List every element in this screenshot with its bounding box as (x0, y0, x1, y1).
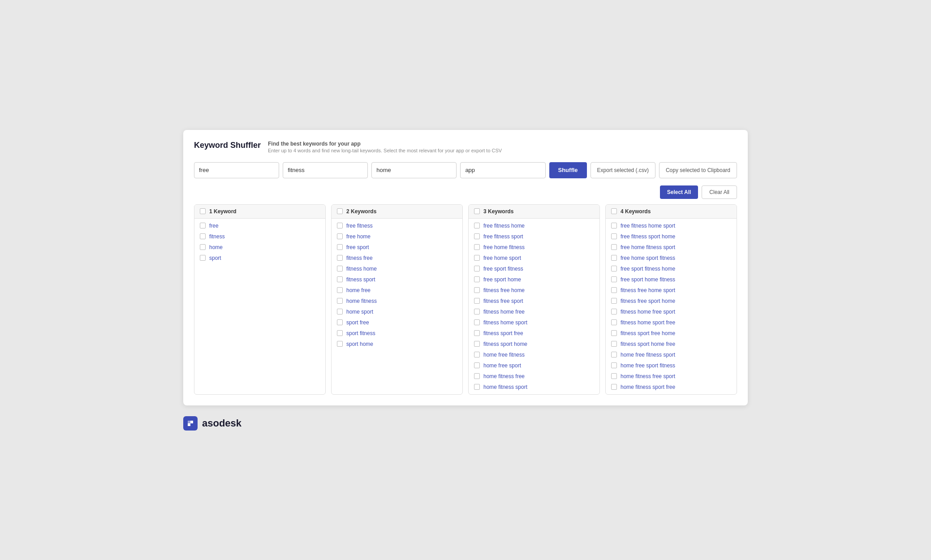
list-item[interactable]: free sport fitness home (606, 263, 737, 274)
list-item[interactable]: home free sport fitness (606, 360, 737, 371)
list-item[interactable]: home fitness free (469, 371, 599, 382)
list-item[interactable]: free fitness sport (469, 231, 599, 242)
keyword-checkbox-2-3[interactable] (474, 255, 480, 261)
export-button[interactable]: Export selected (.csv) (590, 162, 655, 178)
shuffle-button[interactable]: Shuffle (549, 162, 587, 178)
keyword-checkbox-3-7[interactable] (611, 298, 617, 304)
keyword-checkbox-3-5[interactable] (611, 276, 617, 282)
keyword-checkbox-1-10[interactable] (337, 330, 343, 336)
list-item[interactable]: free home fitness sport (606, 242, 737, 253)
keyword-checkbox-3-8[interactable] (611, 309, 617, 314)
keyword-checkbox-1-2[interactable] (337, 244, 343, 250)
keyword-checkbox-0-1[interactable] (200, 233, 206, 239)
keyword-checkbox-2-4[interactable] (474, 266, 480, 271)
keyword-checkbox-2-6[interactable] (474, 287, 480, 293)
list-item[interactable]: home free fitness (469, 349, 599, 360)
keyword-checkbox-1-11[interactable] (337, 341, 343, 347)
keyword-checkbox-3-3[interactable] (611, 255, 617, 261)
list-item[interactable]: fitness home free (469, 306, 599, 317)
keyword-checkbox-2-14[interactable] (474, 373, 480, 379)
list-item[interactable]: fitness sport free home (606, 328, 737, 339)
clear-button[interactable]: Clear All (702, 185, 737, 199)
keyword-checkbox-2-7[interactable] (474, 298, 480, 304)
keyword-checkbox-2-5[interactable] (474, 276, 480, 282)
list-item[interactable]: fitness free home (469, 285, 599, 296)
keyword-input-2[interactable] (283, 162, 368, 178)
column-select-all-checkbox-2[interactable] (337, 208, 343, 214)
keyword-checkbox-1-9[interactable] (337, 319, 343, 325)
keyword-checkbox-3-2[interactable] (611, 244, 617, 250)
keyword-checkbox-1-5[interactable] (337, 276, 343, 282)
keyword-checkbox-3-1[interactable] (611, 233, 617, 239)
keyword-checkbox-2-15[interactable] (474, 384, 480, 390)
keyword-checkbox-2-13[interactable] (474, 362, 480, 368)
list-item[interactable]: home sport (332, 306, 462, 317)
list-item[interactable]: sport free (332, 317, 462, 328)
list-item[interactable]: free fitness home (469, 220, 599, 231)
keyword-checkbox-3-12[interactable] (611, 352, 617, 358)
keyword-checkbox-2-8[interactable] (474, 309, 480, 314)
list-item[interactable]: home free (332, 285, 462, 296)
list-item[interactable]: fitness home (332, 263, 462, 274)
keyword-checkbox-0-3[interactable] (200, 255, 206, 261)
keyword-checkbox-3-0[interactable] (611, 223, 617, 228)
list-item[interactable]: free fitness sport home (606, 231, 737, 242)
keyword-checkbox-1-1[interactable] (337, 233, 343, 239)
column-select-all-checkbox-3[interactable] (474, 208, 480, 214)
keyword-checkbox-0-0[interactable] (200, 223, 206, 228)
keyword-checkbox-2-2[interactable] (474, 244, 480, 250)
list-item[interactable]: free (194, 220, 325, 231)
list-item[interactable]: home free fitness sport (606, 349, 737, 360)
list-item[interactable]: free home sport (469, 253, 599, 263)
list-item[interactable]: fitness sport home (469, 339, 599, 349)
keyword-checkbox-3-11[interactable] (611, 341, 617, 347)
keyword-checkbox-3-4[interactable] (611, 266, 617, 271)
keyword-checkbox-2-12[interactable] (474, 352, 480, 358)
list-item[interactable]: fitness sport home free (606, 339, 737, 349)
list-item[interactable]: fitness sport (332, 274, 462, 285)
column-select-all-checkbox-1[interactable] (200, 208, 206, 214)
keyword-checkbox-3-10[interactable] (611, 330, 617, 336)
list-item[interactable]: free fitness home sport (606, 220, 737, 231)
list-item[interactable]: fitness free (332, 253, 462, 263)
keyword-checkbox-3-13[interactable] (611, 362, 617, 368)
list-item[interactable]: free sport (332, 242, 462, 253)
list-item[interactable]: home free sport (469, 360, 599, 371)
keyword-checkbox-1-7[interactable] (337, 298, 343, 304)
list-item[interactable]: fitness free sport home (606, 296, 737, 306)
list-item[interactable]: free sport fitness (469, 263, 599, 274)
keyword-checkbox-1-3[interactable] (337, 255, 343, 261)
list-item[interactable]: free fitness (332, 220, 462, 231)
list-item[interactable]: home fitness (332, 296, 462, 306)
keyword-checkbox-0-2[interactable] (200, 244, 206, 250)
list-item[interactable]: fitness free home sport (606, 285, 737, 296)
keyword-checkbox-2-1[interactable] (474, 233, 480, 239)
list-item[interactable]: fitness free sport (469, 296, 599, 306)
keyword-checkbox-1-0[interactable] (337, 223, 343, 228)
keyword-input-3[interactable] (371, 162, 457, 178)
keyword-checkbox-3-9[interactable] (611, 319, 617, 325)
list-item[interactable]: sport fitness (332, 328, 462, 339)
keyword-checkbox-3-15[interactable] (611, 384, 617, 390)
keyword-checkbox-2-9[interactable] (474, 319, 480, 325)
list-item[interactable]: free home fitness (469, 242, 599, 253)
keyword-checkbox-2-10[interactable] (474, 330, 480, 336)
list-item[interactable]: fitness home sport free (606, 317, 737, 328)
list-item[interactable]: home fitness sport free (606, 382, 737, 392)
keyword-checkbox-1-6[interactable] (337, 287, 343, 293)
list-item[interactable]: home fitness sport (469, 382, 599, 392)
list-item[interactable]: home fitness free sport (606, 371, 737, 382)
list-item[interactable]: fitness (194, 231, 325, 242)
list-item[interactable]: free home (332, 231, 462, 242)
keyword-checkbox-3-14[interactable] (611, 373, 617, 379)
keyword-input-1[interactable] (194, 162, 279, 178)
keyword-checkbox-3-6[interactable] (611, 287, 617, 293)
keyword-checkbox-1-8[interactable] (337, 309, 343, 314)
select-all-button[interactable]: Select All (660, 185, 698, 199)
column-select-all-checkbox-4[interactable] (611, 208, 617, 214)
keyword-checkbox-2-0[interactable] (474, 223, 480, 228)
list-item[interactable]: fitness home free sport (606, 306, 737, 317)
keyword-checkbox-1-4[interactable] (337, 266, 343, 271)
keyword-checkbox-2-11[interactable] (474, 341, 480, 347)
keyword-input-4[interactable] (460, 162, 545, 178)
